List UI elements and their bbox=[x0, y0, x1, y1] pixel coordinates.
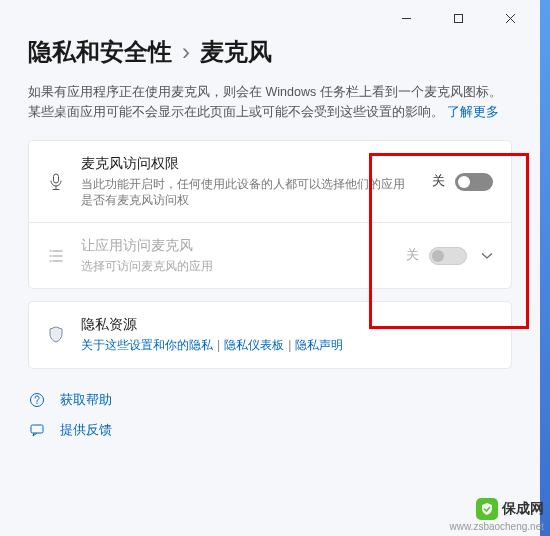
get-help-link[interactable]: 获取帮助 bbox=[28, 391, 512, 409]
app-access-card[interactable]: 让应用访问麦克风 选择可访问麦克风的应用 关 bbox=[28, 222, 512, 289]
feedback-icon bbox=[28, 422, 46, 438]
switch-state-label: 关 bbox=[432, 173, 445, 190]
mic-access-card[interactable]: 麦克风访问权限 当此功能开启时，任何使用此设备的人都可以选择他们的应用是否有麦克… bbox=[28, 140, 512, 223]
watermark-url: www.zsbaocheng.net bbox=[449, 521, 544, 532]
maximize-button[interactable] bbox=[436, 3, 480, 33]
settings-window: 隐私和安全性 › 麦克风 如果有应用程序正在使用麦克风，则会在 Windows … bbox=[0, 0, 540, 520]
help-icon bbox=[28, 392, 46, 408]
card-subtitle: 选择可访问麦克风的应用 bbox=[81, 258, 390, 274]
feedback-link[interactable]: 提供反馈 bbox=[28, 421, 512, 439]
close-button[interactable] bbox=[488, 3, 532, 33]
svg-rect-1 bbox=[54, 174, 59, 183]
card-title: 让应用访问麦克风 bbox=[81, 237, 390, 255]
privacy-dashboard-link[interactable]: 隐私仪表板 bbox=[224, 338, 284, 352]
desktop-edge bbox=[540, 0, 550, 536]
watermark-badge-icon bbox=[476, 498, 498, 520]
chevron-down-icon bbox=[481, 249, 493, 263]
breadcrumb: 隐私和安全性 › 麦克风 bbox=[28, 36, 512, 68]
watermark-brand: 保成网 bbox=[502, 500, 544, 518]
svg-rect-3 bbox=[31, 425, 43, 433]
watermark: 保成网 www.zsbaocheng.net bbox=[449, 498, 544, 532]
privacy-statement-link[interactable]: 隐私声明 bbox=[295, 338, 343, 352]
learn-more-link[interactable]: 了解更多 bbox=[447, 105, 499, 119]
titlebar bbox=[0, 0, 540, 36]
svg-rect-0 bbox=[454, 14, 462, 22]
list-icon bbox=[47, 249, 65, 263]
about-settings-link[interactable]: 关于这些设置和你的隐私 bbox=[81, 338, 213, 352]
breadcrumb-parent[interactable]: 隐私和安全性 bbox=[28, 36, 172, 68]
card-title: 隐私资源 bbox=[81, 316, 493, 334]
card-title: 麦克风访问权限 bbox=[81, 155, 416, 173]
breadcrumb-sep: › bbox=[182, 38, 190, 66]
switch-state-label: 关 bbox=[406, 247, 419, 264]
microphone-icon bbox=[47, 173, 65, 191]
mic-access-toggle[interactable] bbox=[455, 173, 493, 191]
shield-icon bbox=[47, 326, 65, 344]
minimize-button[interactable] bbox=[384, 3, 428, 33]
page-description: 如果有应用程序正在使用麦克风，则会在 Windows 任务栏上看到一个麦克风图标… bbox=[28, 82, 512, 122]
privacy-resources-card: 隐私资源 关于这些设置和你的隐私|隐私仪表板|隐私声明 bbox=[28, 301, 512, 369]
app-access-toggle bbox=[429, 247, 467, 265]
breadcrumb-current: 麦克风 bbox=[200, 36, 272, 68]
privacy-links: 关于这些设置和你的隐私|隐私仪表板|隐私声明 bbox=[81, 337, 493, 354]
card-subtitle: 当此功能开启时，任何使用此设备的人都可以选择他们的应用是否有麦克风访问权 bbox=[81, 176, 416, 208]
